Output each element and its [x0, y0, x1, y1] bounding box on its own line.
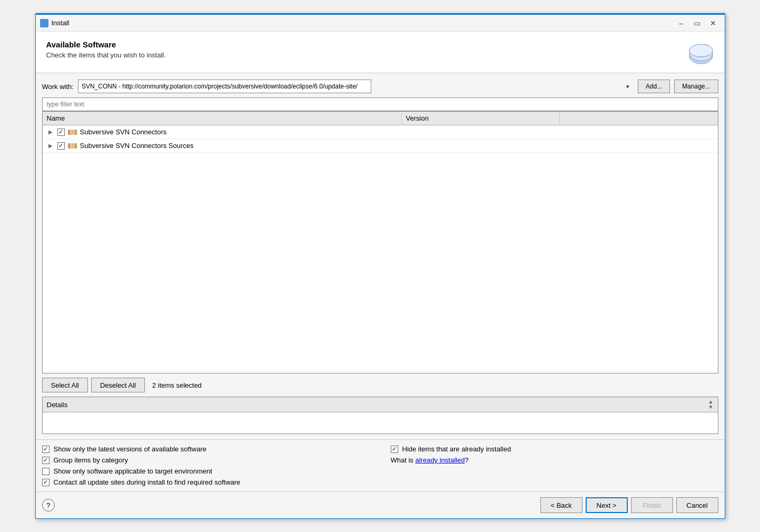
option-row-1: Show only the latest versions of availab…: [42, 445, 370, 453]
next-button[interactable]: Next >: [586, 497, 628, 513]
deselect-all-button[interactable]: Deselect All: [91, 378, 145, 392]
details-content: [43, 412, 718, 434]
row-version-cell-1: [402, 131, 560, 133]
footer: ? < Back Next > Finish Cancel: [36, 491, 725, 518]
back-button[interactable]: < Back: [540, 497, 583, 513]
table-empty-area: [43, 153, 718, 205]
footer-left: ?: [42, 499, 55, 511]
page-subtitle: Check the items that you wish to install…: [46, 51, 166, 59]
finish-button[interactable]: Finish: [631, 497, 673, 513]
title-bar-left: Install: [40, 19, 70, 27]
row-checkbox-2[interactable]: [57, 142, 65, 150]
row-checkbox-1[interactable]: [57, 129, 65, 136]
filter-input[interactable]: [42, 97, 718, 111]
expand-icon-2[interactable]: ▶: [47, 142, 54, 150]
option-row-7: Contact all update sites during install …: [42, 478, 370, 486]
options-col-1: Show only the latest versions of availab…: [42, 445, 370, 486]
col-extra-header: [560, 112, 718, 125]
details-section: Details ▲ ▼: [42, 397, 718, 434]
body-section: Work with: SVN_CONN - http://community.p…: [36, 73, 725, 439]
select-all-button[interactable]: Select All: [42, 378, 88, 392]
help-button[interactable]: ?: [42, 499, 55, 511]
header-text: Available Software Check the items that …: [46, 40, 166, 59]
work-with-row: Work with: SVN_CONN - http://community.p…: [42, 80, 718, 93]
col-name-header: Name: [43, 112, 402, 125]
opt-checkbox-5[interactable]: [42, 468, 50, 475]
options-grid: Show only the latest versions of availab…: [42, 445, 718, 486]
opt-label-3: Group items by category: [54, 456, 129, 464]
opt-label-2: Hide items that are already installed: [402, 445, 511, 453]
opt-label-7: Contact all update sites during install …: [54, 478, 241, 486]
work-with-select[interactable]: SVN_CONN - http://community.polarion.com…: [78, 80, 371, 93]
details-header: Details ▲ ▼: [43, 397, 718, 412]
row-label-1: Subversive SVN Connectors: [80, 128, 167, 136]
minimize-button[interactable]: –: [674, 17, 689, 29]
footer-right: < Back Next > Finish Cancel: [540, 497, 718, 513]
items-selected-label: 2 items selected: [152, 381, 202, 389]
already-installed-link[interactable]: already installed: [415, 456, 465, 464]
work-with-label: Work with:: [42, 83, 74, 91]
work-with-select-wrapper: SVN_CONN - http://community.polarion.com…: [78, 80, 634, 93]
row-name-cell-2: ▶ Subversive SVN Connectors Sources: [43, 141, 402, 151]
scroll-arrows[interactable]: ▲ ▼: [708, 399, 714, 410]
row-name-cell-1: ▶ Subversive SVN Connectors: [43, 127, 402, 137]
option-row-5: Show only software applicable to target …: [42, 467, 370, 475]
install-window: Install – ▭ ✕ Available Software Check t…: [35, 13, 725, 519]
row-extra-cell-2: [560, 145, 718, 147]
title-bar: Install – ▭ ✕: [36, 15, 725, 32]
expand-icon-1[interactable]: ▶: [47, 129, 54, 136]
opt-checkbox-3[interactable]: [42, 457, 50, 464]
options-col-2: Hide items that are already installed Wh…: [391, 445, 718, 486]
opt-checkbox-2[interactable]: [391, 446, 398, 453]
close-button[interactable]: ✕: [706, 17, 720, 29]
table-row: ▶ Subversive SVN Connectors Sources: [43, 139, 718, 153]
select-buttons-row: Select All Deselect All 2 items selected: [42, 373, 718, 397]
opt-checkbox-7[interactable]: [42, 479, 50, 486]
header-icon: ...: [688, 40, 714, 66]
window-title: Install: [52, 19, 70, 27]
table-row: ▶ Subversive SVN Connectors: [43, 125, 718, 139]
option-row-3: Group items by category: [42, 456, 370, 464]
window-icon: [40, 19, 48, 27]
content-area: Available Software Check the items that …: [36, 32, 725, 518]
row-label-2: Subversive SVN Connectors Sources: [80, 142, 194, 150]
header-section: Available Software Check the items that …: [36, 32, 725, 73]
row-version-cell-2: [402, 145, 560, 147]
opt-label-5: Show only software applicable to target …: [54, 467, 212, 475]
options-section: Show only the latest versions of availab…: [36, 439, 725, 491]
svg-point-2: [689, 44, 713, 57]
maximize-button[interactable]: ▭: [690, 17, 705, 29]
opt-label-4: What is already installed?: [391, 456, 469, 464]
row-extra-cell-1: [560, 131, 718, 133]
software-table: Name Version ▶ Subversive SVN Co: [42, 111, 718, 373]
svg-text:...: ...: [705, 41, 709, 46]
table-header: Name Version: [43, 112, 718, 125]
option-row-2: Hide items that are already installed: [391, 445, 718, 453]
add-button[interactable]: Add...: [638, 80, 670, 93]
package-icon-1: [68, 130, 77, 135]
opt-checkbox-1[interactable]: [42, 446, 50, 453]
package-icon-2: [68, 143, 77, 149]
col-version-header: Version: [402, 112, 560, 125]
cancel-button[interactable]: Cancel: [676, 497, 718, 513]
opt-label-1: Show only the latest versions of availab…: [54, 445, 207, 453]
manage-button[interactable]: Manage...: [674, 80, 718, 93]
dropdown-arrow-icon: ▼: [625, 84, 630, 90]
option-row-4: What is already installed?: [391, 456, 718, 464]
title-controls: – ▭ ✕: [674, 17, 720, 29]
details-label: Details: [47, 401, 68, 409]
page-title: Available Software: [46, 40, 166, 49]
